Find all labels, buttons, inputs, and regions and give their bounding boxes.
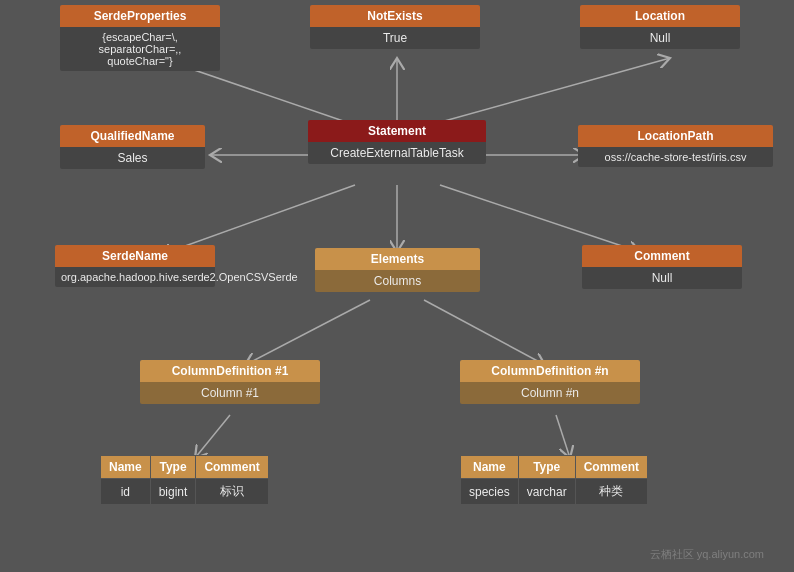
comment-node: Comment Null <box>582 245 742 289</box>
table-1-col-type: Type <box>150 456 196 479</box>
serde-properties-header: SerdeProperties <box>60 5 220 27</box>
table-1-col-name: Name <box>101 456 151 479</box>
table-1-val-type: bigint <box>150 479 196 505</box>
elements-body: Columns <box>315 270 480 292</box>
table-n-col-type: Type <box>518 456 575 479</box>
watermark: 云栖社区 yq.aliyun.com <box>650 547 764 562</box>
column-def-1-node: ColumnDefinition #1 Column #1 <box>140 360 320 404</box>
location-node: Location Null <box>580 5 740 49</box>
comment-body: Null <box>582 267 742 289</box>
elements-node: Elements Columns <box>315 248 480 292</box>
column-def-1-header: ColumnDefinition #1 <box>140 360 320 382</box>
location-path-header: LocationPath <box>578 125 773 147</box>
table-1-val-name: id <box>101 479 151 505</box>
serde-properties-node: SerdeProperties {escapeChar=\, separator… <box>60 5 220 71</box>
svg-line-11 <box>556 415 570 458</box>
table-1-col-comment: Comment <box>196 456 268 479</box>
serde-name-node: SerdeName org.apache.hadoop.hive.serde2.… <box>55 245 215 287</box>
comment-header: Comment <box>582 245 742 267</box>
svg-line-7 <box>440 185 640 252</box>
table-1: Name Type Comment id bigint 标识 <box>100 455 269 505</box>
column-def-n-header: ColumnDefinition #n <box>460 360 640 382</box>
table-n-col-comment: Comment <box>575 456 647 479</box>
column-def-n-body: Column #n <box>460 382 640 404</box>
location-body: Null <box>580 27 740 49</box>
location-path-body: oss://cache-store-test/iris.csv <box>578 147 773 167</box>
table-1-val-comment: 标识 <box>196 479 268 505</box>
diagram: SerdeProperties {escapeChar=\, separator… <box>0 0 794 572</box>
qualified-name-node: QualifiedName Sales <box>60 125 205 169</box>
serde-properties-body: {escapeChar=\, separatorChar=,, quoteCha… <box>60 27 220 71</box>
location-path-node: LocationPath oss://cache-store-test/iris… <box>578 125 773 167</box>
column-def-1-body: Column #1 <box>140 382 320 404</box>
table-n-val-name: species <box>461 479 519 505</box>
column-def-n-node: ColumnDefinition #n Column #n <box>460 360 640 404</box>
table-n: Name Type Comment species varchar 种类 <box>460 455 648 505</box>
svg-line-9 <box>424 300 545 365</box>
serde-name-header: SerdeName <box>55 245 215 267</box>
table-n-val-type: varchar <box>518 479 575 505</box>
statement-node: Statement CreateExternalTableTask <box>308 120 486 164</box>
qualified-name-header: QualifiedName <box>60 125 205 147</box>
location-header: Location <box>580 5 740 27</box>
table-n-col-name: Name <box>461 456 519 479</box>
statement-header: Statement <box>308 120 486 142</box>
qualified-name-body: Sales <box>60 147 205 169</box>
svg-line-8 <box>245 300 370 365</box>
not-exists-body: True <box>310 27 480 49</box>
svg-line-1 <box>430 58 670 125</box>
statement-body: CreateExternalTableTask <box>308 142 486 164</box>
serde-name-body: org.apache.hadoop.hive.serde2.OpenCSVSer… <box>55 267 215 287</box>
not-exists-node: NotExists True <box>310 5 480 49</box>
svg-line-10 <box>195 415 230 458</box>
table-n-val-comment: 种类 <box>575 479 647 505</box>
not-exists-header: NotExists <box>310 5 480 27</box>
elements-header: Elements <box>315 248 480 270</box>
